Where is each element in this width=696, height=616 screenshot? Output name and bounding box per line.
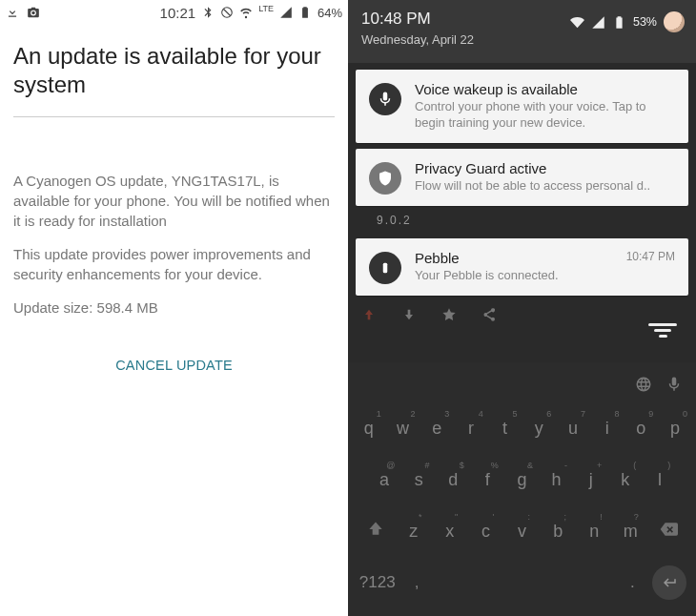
key-s[interactable]: s# [404,470,434,490]
shade-header[interactable]: 10:48 PM Wednesday, April 22 53% [348,0,696,63]
key-g[interactable]: g& [507,470,537,490]
key-u[interactable]: u7 [557,419,589,439]
statusbar-time: 10:21 [160,5,196,21]
right-screenshot: 10:48 PM Wednesday, April 22 53% Voice w… [348,0,696,616]
svg-rect-0 [303,11,307,17]
notification-body: Control your phone with your voice. Tap … [415,99,675,132]
download-icon [6,6,19,19]
key-v[interactable]: v: [510,522,534,542]
battery-icon [612,15,626,30]
period-key[interactable]: . [613,573,652,592]
key-j[interactable]: j+ [576,470,605,490]
camera-icon [27,6,40,19]
notification-body: Your Pebble is connected. [415,268,675,284]
left-screenshot: 10:21 LTE 64% An update is available for… [0,0,348,616]
wifi-icon [239,6,253,19]
no-sim-icon [220,6,234,19]
key-f[interactable]: f% [473,470,502,490]
key-c[interactable]: c' [474,522,498,542]
mic-icon[interactable] [665,376,683,393]
key-h[interactable]: h- [542,470,571,490]
shade-battery-percent: 53% [633,15,657,29]
notification-voice-wakeup[interactable]: Voice wakeup is available Control your p… [356,70,688,143]
keyboard[interactable]: q1w2e3r4t5y6u7i8o9p0 a@s#d$f%g&h-j+k(l) … [348,362,696,616]
bluetooth-icon [201,6,215,19]
enter-key[interactable] [652,565,686,600]
backspace-key[interactable] [648,520,688,544]
page-title: An update is available for your system [13,42,335,117]
svg-rect-1 [383,263,388,274]
lte-label: LTE [258,4,274,13]
notification-time: 10:47 PM [626,250,675,263]
key-t[interactable]: t5 [489,419,522,439]
key-k[interactable]: k( [610,470,640,490]
key-d[interactable]: d$ [439,470,468,490]
shield-icon [369,162,401,195]
key-a[interactable]: a@ [370,470,399,490]
cancel-update-button[interactable]: CANCEL UPDATE [13,331,335,400]
key-m[interactable]: m? [619,522,643,542]
mic-icon [369,83,401,115]
key-l[interactable]: l) [645,470,674,490]
notification-pebble[interactable]: Pebble Your Pebble is connected. 10:47 P… [356,238,688,296]
key-x[interactable]: x" [438,522,461,542]
update-description-1: A Cyanogen OS update, YNG1TAS17L, is ava… [13,171,335,231]
key-q[interactable]: q1 [353,419,385,439]
signal-icon [591,15,605,30]
notification-title: Voice wakeup is available [415,81,675,97]
wifi-icon [570,15,584,30]
watch-icon [369,252,401,284]
avatar[interactable] [664,11,685,32]
battery-percent: 64% [317,6,342,20]
shade-handle-icon[interactable] [648,320,677,340]
key-y[interactable]: y6 [522,419,555,439]
key-p[interactable]: p0 [659,419,691,439]
key-o[interactable]: o9 [624,419,657,439]
notification-privacy-guard[interactable]: Privacy Guard active Flow will not be ab… [356,149,688,206]
update-size: Update size: 598.4 MB [13,298,335,318]
key-e[interactable]: e3 [420,419,453,439]
key-n[interactable]: n! [583,522,606,542]
key-r[interactable]: r4 [455,419,487,439]
notification-body: Flow will not be able to access personal… [415,178,675,195]
key-w[interactable]: w2 [387,419,420,439]
shade-date: Wednesday, April 22 [361,32,683,47]
globe-icon[interactable] [635,376,652,393]
symbols-key[interactable]: ?123 [358,573,397,592]
comma-key[interactable]: , [397,573,436,592]
update-description-2: This update provides power improvements … [13,244,335,284]
background-app-version: 9.0.2 [356,212,688,233]
notification-title: Privacy Guard active [415,160,675,176]
battery-icon [298,6,312,19]
signal-icon [279,6,293,19]
statusbar-left: 10:21 LTE 64% [0,0,348,25]
background-action-bar [356,303,688,326]
key-b[interactable]: b; [546,522,570,542]
shift-key[interactable] [356,520,396,544]
key-z[interactable]: z* [401,522,425,542]
key-i[interactable]: i8 [591,419,624,439]
